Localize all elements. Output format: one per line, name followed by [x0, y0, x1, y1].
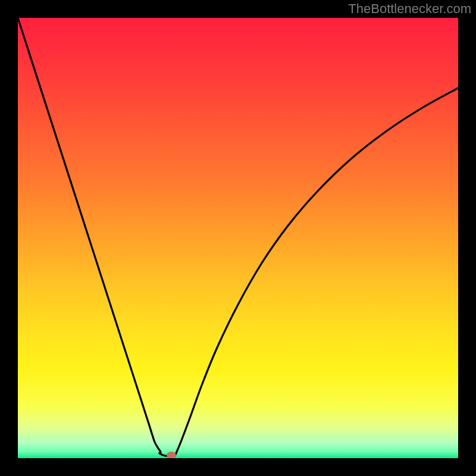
chart-svg: [18, 18, 458, 458]
chart-frame: TheBottlenecker.com: [0, 0, 476, 476]
attribution-text: TheBottlenecker.com: [348, 1, 471, 17]
plot-area: [18, 18, 458, 458]
gradient-background: [18, 18, 458, 458]
